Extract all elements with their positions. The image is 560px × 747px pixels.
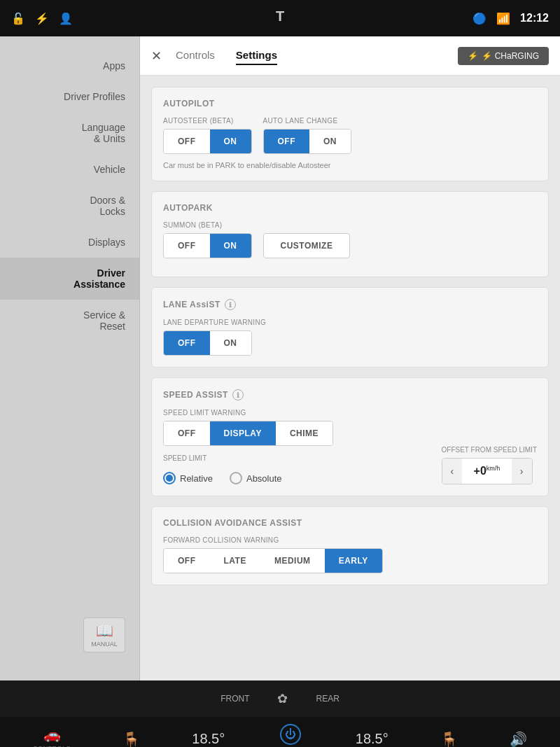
charging-icon: ⚡ <box>468 51 478 61</box>
top-nav: ✕ Controls Settings ⚡ ⚡ CHaRGING <box>140 36 560 76</box>
lock-icon: 🔓 <box>11 12 25 25</box>
customize-button[interactable]: CUSTOMIZE <box>263 233 351 258</box>
collision-early-btn[interactable]: EARLY <box>325 549 382 573</box>
manual-label: MANUAL <box>91 641 118 648</box>
status-icons-right: 🔵 📶 12:12 <box>472 12 549 25</box>
tab-controls[interactable]: Controls <box>176 46 215 65</box>
manual-button[interactable]: 📖 MANUAL <box>83 617 125 652</box>
sidebar-item-doors[interactable]: Doors &Locks <box>0 185 139 227</box>
seat-left-icon: 🪑 <box>122 731 140 748</box>
autopilot-toggles: AUTOSTEER (BETA) OFF ON AUTO LANE CHANGE… <box>163 117 537 154</box>
autolane-group: AUTO LANE CHANGE OFF ON <box>263 117 352 154</box>
tab-settings[interactable]: Settings <box>236 46 277 65</box>
nav-tabs: Controls Settings <box>176 46 277 65</box>
speaker-icon: 🔊 <box>510 731 527 748</box>
lane-assist-info-icon[interactable]: ℹ <box>225 299 236 310</box>
absolute-label: Absolute <box>246 473 282 484</box>
right-column: ✕ Controls Settings ⚡ ⚡ CHaRGING AUTOPIL… <box>140 36 560 680</box>
autosteer-off-btn[interactable]: OFF <box>164 130 210 153</box>
summon-toggle: OFF ON <box>163 233 252 258</box>
departure-group: LANE DEPARTURE WARNING OFF ON <box>163 319 537 356</box>
autolane-off-btn[interactable]: OFF <box>264 130 310 153</box>
lane-assist-title: LANE AssiST ℹ <box>163 299 537 310</box>
charging-button[interactable]: ⚡ ⚡ CHaRGING <box>458 47 549 65</box>
lightning-icon: ⚡ <box>35 12 49 25</box>
collision-off-btn[interactable]: OFF <box>164 549 210 573</box>
seat-right-icon: 🪑 <box>440 731 458 748</box>
temp-right: 18.5° <box>356 731 388 747</box>
autopilot-title: AUTOPILOT <box>163 99 537 109</box>
collision-section: COLLISION AVOIDANCE ASSIST FORWARD COLLI… <box>151 506 549 585</box>
summon-off-btn[interactable]: OFF <box>164 234 210 258</box>
autosteer-toggle: OFF ON <box>163 129 252 154</box>
sidebar-item-language[interactable]: Language& Units <box>0 112 139 154</box>
autolane-on-btn[interactable]: ON <box>309 130 351 153</box>
sidebar-item-service[interactable]: Service &Reset <box>0 300 139 342</box>
sidebar-item-vehicle[interactable]: Vehicle <box>0 154 139 185</box>
speed-off-btn[interactable]: OFF <box>164 421 210 445</box>
collision-title: COLLISION AVOIDANCE ASSIST <box>163 518 537 528</box>
footer-seat-right[interactable]: 🪑 <box>440 731 458 748</box>
footer-climate[interactable]: ⏻ CLIMATE <box>276 724 303 747</box>
person-icon: 👤 <box>59 12 73 25</box>
autosteer-on-btn[interactable]: ON <box>210 130 251 153</box>
speed-chime-btn[interactable]: CHIME <box>276 421 332 445</box>
speed-warning-toggle: OFF DISPLAY CHIME <box>163 421 333 446</box>
content-wrapper: AUTOPILOT AUTOSTEER (BETA) OFF ON AUTO L… <box>140 76 560 606</box>
autopark-title: AUTOPARK <box>163 203 537 213</box>
autopark-section: AUTOPARK SUMMON (BETA) OFF ON CUSTOMIZE <box>151 191 549 277</box>
footer-controls[interactable]: 🚗 CONTROLS <box>33 726 71 747</box>
summon-group: SUMMON (BETA) OFF ON <box>163 221 252 258</box>
signal-icon: 📶 <box>496 12 510 25</box>
offset-section: OFFSET FROM SPEED LIMIT ‹ +0km/h › <box>442 446 538 484</box>
autosteer-group: AUTOSTEER (BETA) OFF ON <box>163 117 252 154</box>
footer-bar: 🚗 CONTROLS 🪑 18.5° ⏻ CLIMATE 18.5° 🪑 🔊 <box>0 717 560 747</box>
autolane-label: AUTO LANE CHANGE <box>263 117 352 125</box>
speed-limit-radios: Relative Absolute <box>163 472 430 484</box>
summon-on-btn[interactable]: ON <box>210 234 251 258</box>
footer-seat-left[interactable]: 🪑 <box>122 731 140 748</box>
collision-late-btn[interactable]: LATE <box>210 549 260 573</box>
temp-left: 18.5° <box>192 731 225 747</box>
sidebar-item-driver-assistance[interactable]: DriverAssistance <box>0 258 139 300</box>
rear-label: REAR <box>316 694 339 704</box>
sidebar: Apps Driver Profiles Language& Units Veh… <box>0 36 140 680</box>
fan-icon: ✿ <box>277 691 288 706</box>
departure-off-btn[interactable]: OFF <box>164 331 210 355</box>
offset-left-btn[interactable]: ‹ <box>442 459 463 484</box>
speed-assist-row: SPEED LIMIT Relative Absolute <box>163 446 537 484</box>
bluetooth-icon: 🔵 <box>472 12 486 25</box>
offset-right-btn[interactable]: › <box>512 459 532 484</box>
bottom-bar: FRONT ✿ REAR <box>0 680 560 717</box>
relative-radio[interactable]: Relative <box>163 472 213 484</box>
collision-warning-label: FORWARD COLLISION WARNING <box>163 536 537 544</box>
speed-display-btn[interactable]: DISPLAY <box>210 421 276 445</box>
content-area: AUTOPILOT AUTOSTEER (BETA) OFF ON AUTO L… <box>140 76 560 680</box>
autopilot-section: AUTOPILOT AUTOSTEER (BETA) OFF ON AUTO L… <box>151 87 549 181</box>
close-button[interactable]: ✕ <box>151 48 162 64</box>
absolute-radio[interactable]: Absolute <box>230 472 282 484</box>
sidebar-item-displays[interactable]: Displays <box>0 227 139 258</box>
relative-radio-circle <box>163 472 176 484</box>
speed-assist-section: SPEED ASSIST ℹ SPEED LIMIT WARNING OFF D… <box>151 377 549 496</box>
collision-medium-btn[interactable]: MEDIUM <box>260 549 325 573</box>
relative-label: Relative <box>180 473 213 484</box>
speed-assist-info-icon[interactable]: ℹ <box>232 389 244 400</box>
lane-assist-section: LANE AssiST ℹ LANE DEPARTURE WARNING OFF… <box>151 287 549 368</box>
tesla-logo: T <box>276 8 284 25</box>
speed-warning-group: SPEED LIMIT WARNING OFF DISPLAY CHIME <box>163 409 537 446</box>
clock: 12:12 <box>520 12 549 25</box>
departure-on-btn[interactable]: ON <box>210 331 251 355</box>
departure-label: LANE DEPARTURE WARNING <box>163 319 537 326</box>
sidebar-item-driver-profiles[interactable]: Driver Profiles <box>0 81 139 112</box>
sidebar-bottom: 📖 MANUAL <box>69 603 139 666</box>
absolute-radio-circle <box>230 472 242 484</box>
top-nav-wrapper: ✕ Controls Settings ⚡ ⚡ CHaRGING <box>140 36 560 76</box>
speed-limit-group: SPEED LIMIT Relative Absolute <box>163 454 430 484</box>
departure-toggle: OFF ON <box>163 330 252 356</box>
footer-volume[interactable]: 🔊 <box>510 731 527 748</box>
sidebar-item-apps[interactable]: Apps <box>0 50 139 81</box>
autosteer-label: AUTOSTEER (BETA) <box>163 117 252 125</box>
offset-label: OFFSET FROM SPEED LIMIT <box>442 446 538 454</box>
car-icon: 🚗 <box>43 726 61 743</box>
